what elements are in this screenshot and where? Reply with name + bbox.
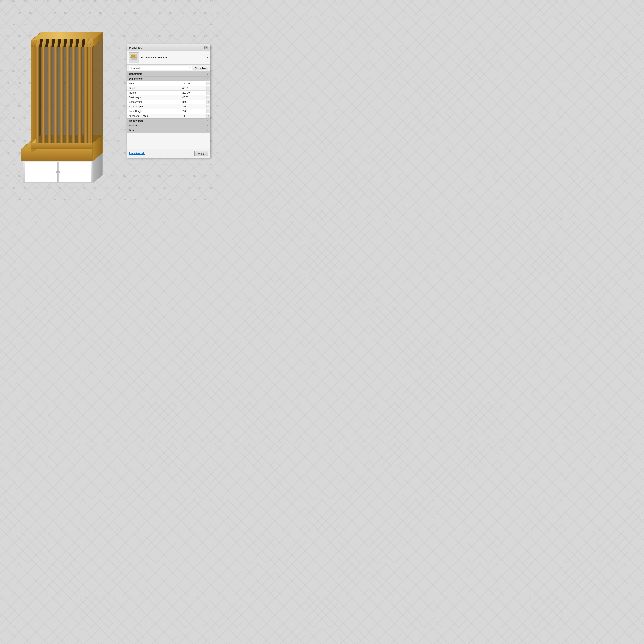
prop-value-height[interactable]: 200.00	[180, 91, 206, 95]
section-other[interactable]: Other »	[127, 128, 210, 133]
properties-panel: Properties × RD_Hallway Cabinet 08 ▼ Cas…	[127, 44, 210, 158]
svg-rect-62	[130, 55, 137, 55]
prop-value-slates-depth[interactable]: 8.00	[180, 104, 206, 109]
prop-edit-num-slates[interactable]: □	[206, 114, 210, 118]
prop-edit-height[interactable]: □	[206, 91, 210, 95]
prop-row-base-height: Base Height 2.00 □	[127, 109, 210, 114]
prop-value-num-slates[interactable]: 11	[180, 114, 206, 118]
prop-label-base-height: Base Height	[127, 109, 180, 114]
phasing-label: Phasing	[129, 124, 138, 127]
item-dropdown-arrow[interactable]: ▼	[206, 57, 208, 59]
prop-label-slates-width: Slates Width	[127, 100, 180, 104]
prop-row-depth: Depth 40.00 □	[127, 86, 210, 91]
svg-marker-3	[25, 162, 57, 182]
svg-marker-23	[54, 47, 57, 143]
section-identity-data[interactable]: Identity Data »	[127, 118, 210, 123]
close-button[interactable]: ×	[204, 46, 208, 49]
svg-marker-27	[66, 47, 69, 143]
prop-edit-depth[interactable]: □	[206, 86, 210, 90]
constraints-label: Constraints	[129, 73, 142, 75]
item-thumbnail	[129, 52, 139, 63]
svg-marker-37	[90, 47, 93, 143]
prop-value-base-height[interactable]: 2.00	[180, 109, 206, 114]
prop-label-width: Width	[127, 81, 180, 86]
other-chevron: »	[207, 129, 208, 132]
svg-marker-47	[57, 47, 60, 143]
prop-edit-slates-depth[interactable]: □	[206, 105, 210, 108]
empty-space	[127, 133, 210, 149]
prop-row-num-slates: Number of Slates 11 □	[127, 114, 210, 118]
svg-marker-55	[82, 47, 84, 143]
prop-edit-width[interactable]: □	[206, 82, 210, 85]
prop-value-width[interactable]: 120.00	[180, 81, 206, 86]
other-label: Other	[129, 129, 135, 132]
prop-label-seat-height: Seat Height	[127, 95, 180, 100]
svg-rect-56	[131, 58, 137, 60]
svg-marker-43	[45, 47, 48, 143]
prop-edit-seat-height[interactable]: □	[206, 96, 210, 99]
cabinet-3d-view: (function() { // We'll draw slats using …	[6, 16, 119, 193]
apply-button[interactable]: Apply	[194, 151, 208, 156]
dimensions-chevron: «	[207, 78, 208, 80]
prop-row-height: Height 200.00 □	[127, 91, 210, 95]
svg-marker-4	[58, 162, 91, 182]
svg-marker-49	[63, 47, 66, 143]
constraints-chevron: »	[207, 73, 208, 75]
panel-header: RD_Hallway Cabinet 08 ▼	[127, 51, 210, 65]
panel-footer: Properties help Apply	[127, 149, 210, 158]
svg-marker-19	[42, 47, 45, 143]
prop-row-seat-height: Seat Height 40.00 □	[127, 95, 210, 100]
prop-edit-slates-width[interactable]: □	[206, 100, 210, 104]
prop-row-slates-depth: Slates Depth 8.00 □	[127, 104, 210, 109]
dimensions-label: Dimensions	[129, 77, 143, 80]
edit-type-icon: ⊞	[195, 67, 197, 69]
svg-point-6	[58, 171, 60, 173]
section-phasing[interactable]: Phasing »	[127, 123, 210, 128]
prop-value-seat-height[interactable]: 40.00	[180, 95, 206, 100]
prop-label-slates-depth: Slates Depth	[127, 104, 180, 109]
svg-rect-63	[130, 57, 137, 58]
properties-list: Width 120.00 □ Depth 40.00 □ Height 200.…	[127, 81, 210, 118]
prop-label-height: Height	[127, 91, 180, 95]
prop-value-depth[interactable]: 40.00	[180, 86, 206, 90]
category-select[interactable]: Casework (1)	[129, 66, 192, 70]
svg-marker-17	[36, 47, 39, 143]
prop-label-depth: Depth	[127, 86, 180, 90]
svg-marker-14	[31, 143, 93, 149]
svg-marker-29	[72, 47, 75, 143]
category-row: Casework (1) ⊞ Edit Type	[127, 65, 210, 72]
svg-marker-41	[39, 47, 42, 143]
section-dimensions[interactable]: Dimensions «	[127, 76, 210, 81]
properties-help-link[interactable]: Properties help	[129, 152, 145, 155]
section-constraints[interactable]: Constraints »	[127, 72, 210, 76]
svg-marker-31	[78, 47, 82, 143]
phasing-chevron: »	[207, 125, 208, 127]
edit-type-button[interactable]: ⊞ Edit Type	[193, 66, 208, 70]
panel-title: Properties	[129, 46, 142, 49]
svg-marker-39	[93, 39, 103, 143]
identity-data-label: Identity Data	[129, 119, 143, 122]
prop-row-width: Width 120.00 □	[127, 81, 210, 86]
svg-marker-11	[31, 32, 103, 40]
prop-edit-base-height[interactable]: □	[206, 109, 210, 113]
panel-titlebar: Properties ×	[127, 44, 210, 51]
svg-marker-51	[69, 47, 72, 143]
svg-marker-21	[48, 47, 51, 143]
svg-marker-53	[75, 47, 78, 143]
prop-label-num-slates: Number of Slates	[127, 114, 180, 118]
svg-marker-45	[51, 47, 54, 143]
prop-row-slates-width: Slates Width 3.00 □	[127, 100, 210, 104]
svg-point-5	[56, 171, 58, 173]
svg-marker-25	[60, 47, 63, 143]
svg-marker-33	[84, 47, 88, 143]
item-name: RD_Hallway Cabinet 08	[141, 56, 205, 59]
prop-value-slates-width[interactable]: 3.00	[180, 100, 206, 104]
identity-data-chevron: »	[207, 120, 208, 122]
